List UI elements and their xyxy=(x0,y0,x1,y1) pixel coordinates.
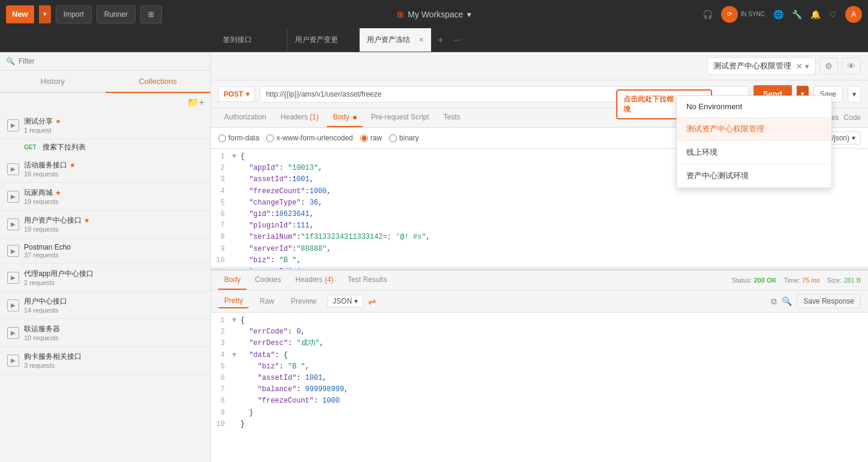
new-button-main[interactable]: New xyxy=(6,5,34,23)
workspace-dropdown-icon[interactable]: ▾ xyxy=(467,10,471,19)
code-line-10: 10 "biz": "B ", xyxy=(211,255,868,266)
tabs-bar: 签到接口 用户资产变更 用户资产冻结 ✕ + ⋯ xyxy=(0,28,868,52)
sidebar-tab-collections[interactable]: Collections xyxy=(106,71,211,93)
response-code-editor[interactable]: 1 ▼ { 2 "errCode": 0, 3 "errDesc": "成功",… xyxy=(211,313,868,462)
code-link[interactable]: Code xyxy=(843,113,861,122)
collection-item-postman-echo[interactable]: ▶ Postman Echo 37 requests xyxy=(0,238,210,264)
env-dropdown-icon[interactable]: ▾ xyxy=(805,62,809,71)
collection-folder-icon: ▶ xyxy=(7,245,19,257)
raw-button[interactable]: Raw xyxy=(254,295,280,308)
sync-icon: ⟳ xyxy=(721,6,738,23)
heart-icon[interactable]: ♡ xyxy=(829,10,837,19)
collection-info: 代理app用户中心接口 2 requests xyxy=(24,269,203,286)
env-eye-icon[interactable]: 👁 xyxy=(842,58,861,74)
collection-sub: 3 requests xyxy=(24,362,203,369)
env-settings-icon[interactable]: ⚙ xyxy=(819,58,838,74)
tab-yonghu-biangeng[interactable]: 用户资产变更 xyxy=(288,28,360,52)
tab-label: 签到接口 xyxy=(223,35,252,45)
resp-tab-body[interactable]: Body xyxy=(218,271,246,290)
req-tab-authorization[interactable]: Authorization xyxy=(218,108,272,127)
code-line-5: 5 "changeType": 36, xyxy=(211,197,868,209)
env-option-none[interactable]: No Environment xyxy=(677,96,831,118)
tab-qiandao[interactable]: 签到接口 xyxy=(216,28,288,52)
tab-label: 用户资产冻结 xyxy=(367,35,410,45)
topbar-icons: 🎧 ⟳ IN SYNC 🌐 🔧 🔔 ♡ A xyxy=(703,6,862,23)
headphone-icon[interactable]: 🎧 xyxy=(703,10,713,19)
new-collection-icon[interactable]: 📁+ xyxy=(187,97,204,108)
req-tab-tests[interactable]: Tests xyxy=(438,108,466,127)
code-line-9: 9 "serverId":"88888", xyxy=(211,244,868,255)
json-format-dropdown-icon: ▾ xyxy=(852,134,855,142)
tab-close-icon[interactable]: ✕ xyxy=(418,36,424,44)
preview-button[interactable]: Preview xyxy=(285,295,323,308)
radio-raw[interactable]: raw xyxy=(360,134,382,142)
collection-item-ceshifenxiang[interactable]: ▶ 测试分享 ★ 1 request xyxy=(0,112,210,139)
env-selected-label: 测试资产中心权限管理 xyxy=(713,61,791,71)
resp-code-line-4: 4 ▼ "data": { xyxy=(211,350,868,361)
sidebar-tab-history[interactable]: History xyxy=(0,71,106,92)
list-item-search[interactable]: GET 搜索下拉列表 xyxy=(0,139,210,155)
radio-form-data[interactable]: form-data xyxy=(218,134,259,142)
star-icon: ★ xyxy=(55,189,61,197)
workspace-icon: ⊞ xyxy=(397,10,404,19)
collection-name: Postman Echo xyxy=(24,243,203,251)
collection-item-daili[interactable]: ▶ 代理app用户中心接口 2 requests xyxy=(0,264,210,292)
collection-sub: 19 requests xyxy=(24,198,203,205)
resp-tab-headers[interactable]: Headers (4) xyxy=(290,271,339,290)
env-option-ceshi-zcenter[interactable]: 测试资产中心权限管理 xyxy=(677,118,831,141)
req-tab-prerequest[interactable]: Pre-request Script xyxy=(365,108,435,127)
word-wrap-button[interactable]: ⇌ xyxy=(368,296,376,307)
new-button-arrow[interactable]: ▾ xyxy=(39,5,51,23)
resp-code-line-7: 7 "balance": 999998999, xyxy=(211,384,868,395)
collection-name: 测试分享 ★ xyxy=(24,116,203,127)
bell-icon[interactable]: 🔔 xyxy=(810,10,821,19)
collection-info: 用户中心接口 14 requests xyxy=(24,296,203,314)
radio-binary[interactable]: binary xyxy=(389,134,419,142)
tab-more-button[interactable]: ⋯ xyxy=(449,36,466,44)
collection-item-lianyun[interactable]: ▶ 联运服务器 10 requests xyxy=(0,319,210,347)
wrench-icon[interactable]: 🔧 xyxy=(792,10,802,19)
resp-tab-cookies[interactable]: Cookies xyxy=(249,271,287,290)
tab-yonghu-dongjie[interactable]: 用户资产冻结 ✕ xyxy=(360,28,432,52)
import-button[interactable]: Import xyxy=(56,5,92,23)
pretty-button[interactable]: Pretty xyxy=(218,294,249,308)
env-option-online[interactable]: 线上环境 xyxy=(677,141,831,164)
collection-sub: 14 requests xyxy=(24,307,203,314)
sidebar-actions: 📁+ xyxy=(0,93,210,112)
search-response-button[interactable]: 🔍 xyxy=(782,296,792,306)
env-option-zcenter-test[interactable]: 资产中心测试环境 xyxy=(677,164,831,188)
avatar[interactable]: A xyxy=(845,6,862,23)
req-tab-headers[interactable]: Headers (1) xyxy=(275,108,324,127)
workspace-name: My Workspace xyxy=(408,10,463,19)
layout-button[interactable]: ⊞ xyxy=(140,5,162,23)
collection-item-yonghu-zcenter[interactable]: ▶ 用户资产中心接口 ★ 19 requests xyxy=(0,211,210,238)
env-select-button[interactable]: 测试资产中心权限管理 ✕ ▾ xyxy=(707,57,816,75)
tab-label: 用户资产变更 xyxy=(295,35,338,45)
search-input[interactable] xyxy=(19,57,204,65)
method-select[interactable]: POST ▾ xyxy=(218,86,255,102)
globe-icon[interactable]: 🌐 xyxy=(773,10,783,19)
runner-button[interactable]: Runner xyxy=(97,5,135,23)
radio-urlencoded[interactable]: x-www-form-urlencoded xyxy=(266,134,352,142)
save-response-button[interactable]: Save Response xyxy=(797,294,861,308)
collection-sub: 10 requests xyxy=(24,334,203,341)
save-dropdown-button[interactable]: ▾ xyxy=(848,86,861,103)
collection-info: 测试分享 ★ 1 request xyxy=(24,116,203,134)
req-tab-body[interactable]: Body xyxy=(327,108,363,127)
copy-button[interactable]: ⧉ xyxy=(771,296,777,307)
collection-info: 联运服务器 10 requests xyxy=(24,324,203,341)
collection-sub: 19 requests xyxy=(24,226,203,233)
sidebar-tabs: History Collections xyxy=(0,71,210,93)
collection-item-wanjia[interactable]: ▶ 玩家商城 ★ 19 requests xyxy=(0,183,210,211)
env-clear-icon[interactable]: ✕ xyxy=(796,62,803,71)
collection-item-yonghu-center[interactable]: ▶ 用户中心接口 14 requests xyxy=(0,292,210,319)
size-value: 281 B xyxy=(843,277,861,284)
main-layout: 🔍 History Collections 📁+ ▶ 测试分享 ★ 1 requ… xyxy=(0,52,868,462)
resp-tab-testresults[interactable]: Test Results xyxy=(342,271,393,290)
response-format-select[interactable]: JSON ▾ xyxy=(327,295,363,308)
collection-sub: 37 requests xyxy=(24,251,203,259)
workspace-label: ⊞ My Workspace ▾ xyxy=(397,10,471,19)
tab-add-button[interactable]: + xyxy=(432,35,449,46)
collection-item-gouka[interactable]: ▶ 购卡服务相关接口 3 requests xyxy=(0,347,210,374)
collection-item-huodong[interactable]: ▶ 活动服务接口 ★ 16 requests xyxy=(0,155,210,183)
